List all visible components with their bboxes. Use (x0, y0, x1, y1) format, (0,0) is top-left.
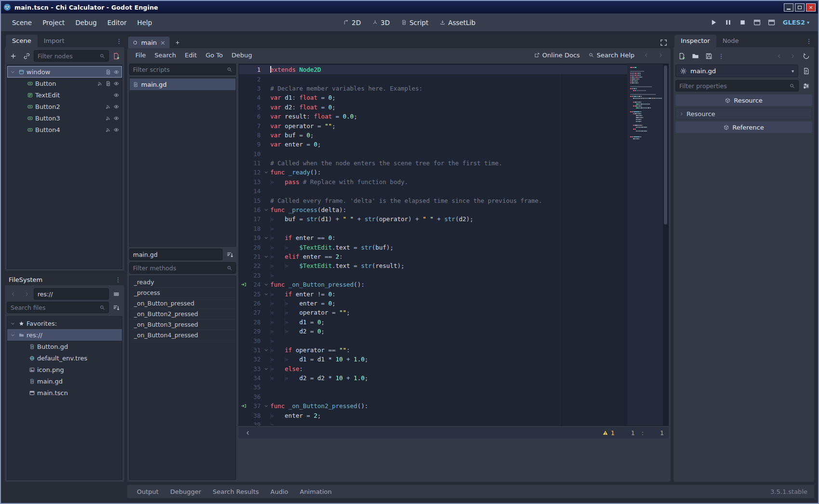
code-minimap[interactable] (627, 64, 663, 425)
inspector-back-button[interactable] (773, 50, 785, 62)
fold-arrow[interactable] (262, 404, 270, 408)
code-line-28[interactable]: 28»»d1 = 0; (239, 318, 627, 327)
new-resource-button[interactable] (675, 50, 688, 62)
open-docs-button[interactable] (800, 65, 812, 77)
save-resource-button[interactable] (702, 50, 715, 62)
scene-node-button4[interactable]: Button4 (7, 124, 122, 135)
tab-import[interactable]: Import (38, 35, 71, 47)
code-line-37[interactable]: 37func _on_Button2_pressed(): (239, 401, 627, 411)
toggle-split-mode-button[interactable] (110, 288, 122, 300)
titlebar[interactable]: main.tscn - Chi Calculator - Godot Engin… (1, 1, 818, 13)
object-history-button[interactable] (800, 50, 812, 62)
code-text-area[interactable]: 1extends Node2D23# Declare member variab… (239, 64, 627, 425)
scene-node-button[interactable]: Button (7, 78, 122, 89)
code-line-38[interactable]: 38»enter = 2; (239, 411, 627, 420)
stop-button[interactable] (737, 17, 749, 28)
menu-project[interactable]: Project (37, 16, 70, 29)
forward-button[interactable] (20, 288, 33, 300)
tab-node[interactable]: Node (716, 35, 745, 47)
search-help-button[interactable]: Search Help (585, 50, 638, 61)
code-line-39[interactable]: 39» (239, 420, 627, 425)
code-line-36[interactable]: 36 (239, 392, 627, 401)
method-item-ready[interactable]: _ready (130, 277, 236, 288)
manage-properties-button[interactable] (800, 80, 812, 92)
workspace-3d[interactable]: 3D (367, 16, 395, 29)
code-line-29[interactable]: 29»»d2 = 0; (239, 327, 627, 336)
code-line-5[interactable]: 5var d2: float = 0; (239, 103, 627, 112)
renderer-dropdown[interactable]: GLES2 ▾ (780, 19, 812, 26)
play-scene-button[interactable] (751, 17, 764, 28)
script-menu-edit[interactable]: Edit (180, 50, 201, 61)
code-line-8[interactable]: 8var buf = 0; (239, 131, 627, 140)
tab-scene[interactable]: Scene (6, 35, 38, 47)
code-line-15[interactable]: 15# Called every frame. 'delta' is the e… (239, 196, 627, 205)
code-line-10[interactable]: 10 (239, 149, 627, 159)
code-line-27[interactable]: 27»»operator = ""; (239, 308, 627, 317)
method-item-on-button2-pressed[interactable]: _on_Button2_pressed (130, 309, 236, 319)
method-item-on-button-pressed[interactable]: _on_Button_pressed (130, 298, 236, 309)
script-item-main-gd[interactable]: main.gd (130, 79, 236, 90)
maximize-button[interactable] (795, 3, 805, 12)
code-line-19[interactable]: 19»if enter == 0: (239, 233, 627, 242)
script-menu-go-to[interactable]: Go To (201, 50, 227, 61)
workspace-2d[interactable]: 2D (338, 16, 366, 29)
fold-arrow[interactable] (262, 236, 270, 240)
play-custom-scene-button[interactable] (766, 17, 778, 28)
fold-arrow[interactable] (262, 367, 270, 371)
fold-arrow[interactable] (262, 170, 270, 174)
code-line-32[interactable]: 32»»d1 = d1 * 10 + 1.0; (239, 355, 627, 364)
code-line-25[interactable]: 25»if enter != 0: (239, 289, 627, 298)
menu-editor[interactable]: Editor (102, 16, 132, 29)
inspector-forward-button[interactable] (786, 50, 799, 62)
warning-counter[interactable]: 1 (603, 429, 615, 437)
bottom-tab-audio[interactable]: Audio (264, 486, 294, 498)
workspace-assetlib[interactable]: AssetLib (435, 16, 481, 29)
expander-icon[interactable] (9, 70, 16, 74)
scene-node-button3[interactable]: Button3 (7, 112, 122, 124)
file-item-main-tscn[interactable]: main.tscn (7, 387, 122, 398)
scroll-left-button[interactable] (243, 427, 252, 438)
play-button[interactable] (708, 17, 720, 28)
code-line-33[interactable]: 33»else: (239, 364, 627, 373)
workspace-script[interactable]: Script (396, 16, 434, 29)
method-item-process[interactable]: _process (130, 288, 236, 298)
new-scene-tab-button[interactable] (171, 37, 184, 48)
distraction-free-button[interactable] (657, 37, 670, 48)
code-line-30[interactable]: 30» (239, 336, 627, 345)
code-line-4[interactable]: 4var d1: float = 0; (239, 93, 627, 102)
edited-object-dropdown[interactable]: main.gd ▾ (675, 65, 798, 77)
code-line-16[interactable]: 16func _process(delta): (239, 205, 627, 214)
load-resource-button[interactable] (689, 50, 701, 62)
file-item-default-env-tres[interactable]: default_env.tres (7, 352, 122, 364)
tab-inspector[interactable]: Inspector (674, 35, 716, 47)
minimize-button[interactable] (784, 3, 793, 12)
bottom-tab-output[interactable]: Output (131, 486, 164, 498)
file-item-res[interactable]: res:// (7, 329, 122, 341)
script-menu-file[interactable]: File (131, 50, 150, 61)
filesystem-menu-button[interactable]: ⋮ (113, 276, 123, 283)
menu-scene[interactable]: Scene (7, 16, 37, 29)
scene-node-button2[interactable]: Button2 (7, 101, 122, 112)
code-line-35[interactable]: 35 (239, 383, 627, 392)
tab-menu-button[interactable]: ⋮ (114, 35, 124, 47)
scene-tab-main[interactable]: main × (128, 37, 170, 48)
code-line-7[interactable]: 7var operator = ""; (239, 121, 627, 130)
favorites-row[interactable]: Favorites: (7, 318, 122, 329)
method-item-on-button3-pressed[interactable]: _on_Button3_pressed (130, 319, 236, 330)
back-button[interactable] (7, 288, 19, 300)
filter-nodes-input[interactable] (38, 53, 97, 60)
code-line-18[interactable]: 18» (239, 224, 627, 233)
code-line-20[interactable]: 20»»$TextEdit.text = str(buf); (239, 242, 627, 252)
file-item-icon-png[interactable]: icon.png (7, 364, 122, 375)
script-menu-debug[interactable]: Debug (227, 50, 256, 61)
search-files-input[interactable] (11, 304, 97, 311)
method-sort-button[interactable] (224, 249, 236, 260)
bottom-tab-debugger[interactable]: Debugger (164, 486, 207, 498)
fold-arrow[interactable] (262, 282, 270, 287)
code-line-14[interactable]: 14 (239, 186, 627, 196)
code-line-31[interactable]: 31»if operator == "": (239, 345, 627, 355)
code-line-21[interactable]: 21»elif enter == 2: (239, 252, 627, 261)
current-path-input[interactable] (38, 291, 105, 298)
menu-debug[interactable]: Debug (70, 16, 102, 29)
scrollbar-grabber[interactable] (664, 66, 667, 225)
